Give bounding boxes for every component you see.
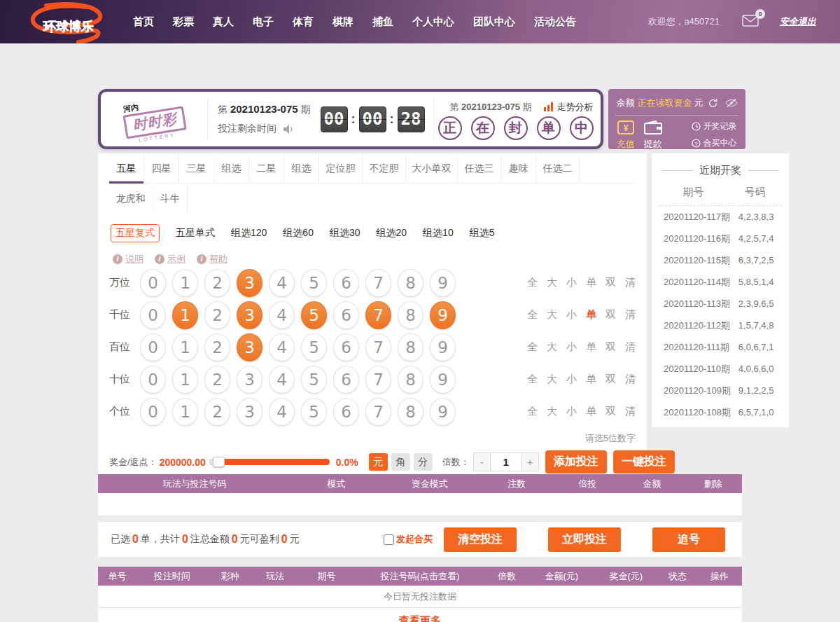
ball-千位-8[interactable]: 8 bbox=[398, 301, 424, 329]
tab-四星[interactable]: 四星 bbox=[144, 153, 179, 183]
quick-十位-清[interactable]: 清 bbox=[625, 373, 636, 386]
speaker-icon[interactable] bbox=[283, 124, 295, 134]
bet-now-button[interactable]: 立即投注 bbox=[548, 527, 621, 552]
help-link-示例[interactable]: i示例 bbox=[155, 253, 186, 265]
tab-不定胆[interactable]: 不定胆 bbox=[363, 153, 406, 183]
quick-千位-单[interactable]: 单 bbox=[586, 308, 596, 322]
trend-analysis-link[interactable]: 走势分析 bbox=[544, 101, 594, 113]
quick-个位-小[interactable]: 小 bbox=[566, 405, 577, 418]
ball-万位-5[interactable]: 5 bbox=[301, 269, 327, 297]
ball-十位-0[interactable]: 0 bbox=[140, 366, 166, 394]
subtab-组选60[interactable]: 组选60 bbox=[283, 227, 314, 240]
quick-千位-双[interactable]: 双 bbox=[606, 308, 616, 322]
quick-万位-单[interactable]: 单 bbox=[586, 276, 596, 289]
ball-万位-4[interactable]: 4 bbox=[269, 269, 295, 297]
quick-十位-全[interactable]: 全 bbox=[527, 373, 538, 386]
quick-千位-小[interactable]: 小 bbox=[566, 308, 577, 322]
ball-个位-2[interactable]: 2 bbox=[204, 398, 230, 426]
ball-万位-6[interactable]: 6 bbox=[333, 269, 359, 297]
ball-个位-1[interactable]: 1 bbox=[172, 398, 198, 426]
ball-十位-7[interactable]: 7 bbox=[365, 366, 391, 394]
quick-百位-小[interactable]: 小 bbox=[566, 340, 577, 354]
ball-百位-2[interactable]: 2 bbox=[204, 333, 230, 361]
subtab-五星单式[interactable]: 五星单式 bbox=[176, 227, 215, 240]
subtab-组选120[interactable]: 组选120 bbox=[231, 227, 267, 240]
ball-千位-0[interactable]: 0 bbox=[140, 301, 166, 329]
chase-number-button[interactable]: 追号 bbox=[652, 527, 725, 552]
ball-个位-3[interactable]: 3 bbox=[237, 398, 262, 426]
ball-千位-5[interactable]: 5 bbox=[301, 301, 327, 329]
subtab-组选10[interactable]: 组选10 bbox=[423, 227, 454, 240]
nav-item-5[interactable]: 体育 bbox=[293, 15, 314, 29]
view-more-link[interactable]: 查看更多 bbox=[399, 614, 441, 622]
ball-个位-5[interactable]: 5 bbox=[301, 398, 327, 426]
ball-个位-8[interactable]: 8 bbox=[398, 398, 424, 426]
quick-百位-清[interactable]: 清 bbox=[625, 340, 636, 354]
quick-个位-大[interactable]: 大 bbox=[547, 405, 557, 418]
mail-button[interactable]: 0 bbox=[742, 15, 759, 29]
nav-item-7[interactable]: 捕鱼 bbox=[372, 15, 393, 29]
ball-万位-0[interactable]: 0 bbox=[140, 269, 166, 297]
logout-link[interactable]: 安全退出 bbox=[780, 15, 816, 28]
quick-万位-大[interactable]: 大 bbox=[547, 276, 557, 289]
quick-十位-单[interactable]: 单 bbox=[586, 373, 596, 386]
ball-万位-2[interactable]: 2 bbox=[204, 269, 230, 297]
nav-item-6[interactable]: 棋牌 bbox=[332, 15, 354, 29]
ball-十位-5[interactable]: 5 bbox=[301, 366, 327, 394]
quick-十位-大[interactable]: 大 bbox=[547, 373, 557, 386]
quick-万位-全[interactable]: 全 bbox=[527, 276, 538, 289]
nav-item-9[interactable]: 团队中心 bbox=[473, 15, 515, 29]
refresh-icon[interactable] bbox=[708, 98, 718, 109]
ball-十位-4[interactable]: 4 bbox=[269, 366, 295, 394]
quick-个位-单[interactable]: 单 bbox=[586, 405, 596, 418]
co-buy-center-link[interactable]: ? 合买中心 bbox=[692, 137, 737, 149]
subtab-组选20[interactable]: 组选20 bbox=[377, 227, 407, 240]
tab-龙虎和[interactable]: 龙虎和 bbox=[109, 184, 153, 213]
ball-十位-8[interactable]: 8 bbox=[398, 366, 424, 394]
ball-十位-1[interactable]: 1 bbox=[172, 366, 198, 394]
ball-千位-6[interactable]: 6 bbox=[333, 301, 359, 329]
quick-个位-双[interactable]: 双 bbox=[606, 405, 616, 418]
ball-千位-9[interactable]: 9 bbox=[430, 301, 456, 329]
quick-百位-大[interactable]: 大 bbox=[547, 340, 557, 354]
help-link-说明[interactable]: i说明 bbox=[113, 253, 144, 265]
ball-十位-3[interactable]: 3 bbox=[237, 366, 262, 394]
one-key-bet-button[interactable]: 一键投注 bbox=[613, 450, 675, 474]
multiplier-minus-button[interactable]: - bbox=[473, 452, 491, 471]
ball-个位-7[interactable]: 7 bbox=[365, 398, 391, 426]
subtab-组选5[interactable]: 组选5 bbox=[470, 227, 495, 240]
tab-五星[interactable]: 五星 bbox=[109, 153, 144, 183]
ball-百位-9[interactable]: 9 bbox=[430, 333, 456, 361]
quick-百位-全[interactable]: 全 bbox=[527, 340, 538, 354]
ball-千位-7[interactable]: 7 bbox=[365, 301, 391, 329]
nav-item-2[interactable]: 彩票 bbox=[173, 15, 194, 29]
withdraw-button[interactable]: 提款 bbox=[644, 120, 662, 151]
ball-千位-3[interactable]: 3 bbox=[237, 301, 262, 329]
quick-个位-全[interactable]: 全 bbox=[527, 405, 538, 418]
help-link-帮助[interactable]: i帮助 bbox=[197, 253, 227, 265]
quick-万位-清[interactable]: 清 bbox=[625, 276, 636, 289]
subtab-组选30[interactable]: 组选30 bbox=[330, 227, 360, 240]
add-bet-button[interactable]: 添加投注 bbox=[545, 450, 607, 474]
ball-万位-9[interactable]: 9 bbox=[430, 269, 456, 297]
ball-千位-4[interactable]: 4 bbox=[269, 301, 295, 329]
quick-十位-双[interactable]: 双 bbox=[606, 373, 616, 386]
ball-十位-6[interactable]: 6 bbox=[333, 366, 359, 394]
tab-斗牛[interactable]: 斗牛 bbox=[153, 184, 188, 213]
rebate-slider[interactable] bbox=[209, 459, 330, 465]
ball-千位-2[interactable]: 2 bbox=[204, 301, 230, 329]
quick-十位-小[interactable]: 小 bbox=[566, 373, 577, 386]
tab-二星[interactable]: 二星 bbox=[249, 153, 284, 183]
unit-fen-button[interactable]: 分 bbox=[414, 453, 433, 471]
ball-万位-8[interactable]: 8 bbox=[398, 269, 424, 297]
quick-千位-清[interactable]: 清 bbox=[625, 308, 636, 322]
tab-组选[interactable]: 组选 bbox=[214, 153, 249, 183]
quick-百位-单[interactable]: 单 bbox=[586, 340, 596, 354]
co-buy-checkbox[interactable] bbox=[384, 534, 394, 545]
quick-万位-双[interactable]: 双 bbox=[606, 276, 616, 289]
site-logo[interactable]: 环球博乐 bbox=[20, 0, 125, 43]
slider-handle[interactable] bbox=[213, 457, 225, 467]
tab-定位胆[interactable]: 定位胆 bbox=[319, 153, 363, 183]
ball-个位-9[interactable]: 9 bbox=[430, 398, 456, 426]
quick-百位-双[interactable]: 双 bbox=[606, 340, 616, 354]
